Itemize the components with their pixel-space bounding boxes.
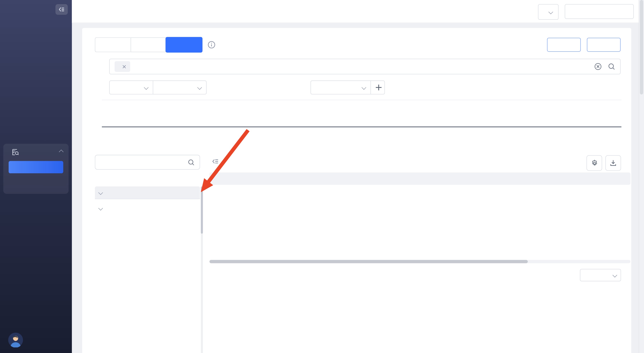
table-hscrollbar-thumb[interactable] [210,260,528,263]
collapse-panel-icon[interactable] [212,158,224,165]
download-button[interactable] [605,155,621,171]
gear-icon [590,159,598,167]
main-card [82,28,631,353]
time-range-picker[interactable] [565,4,634,19]
view-tabs [95,37,215,52]
query-input[interactable] [109,59,620,74]
log-analysis-icon [12,148,20,156]
groupby-select[interactable] [311,81,370,94]
table-header [210,172,630,185]
clear-query-icon[interactable] [594,63,602,70]
x-axis-ticks [102,127,622,130]
sidebar-group-log-analysis [3,144,68,194]
info-icon[interactable] [208,41,215,48]
chevron-down-icon [612,273,617,278]
stats-scope-select[interactable] [110,81,153,94]
stats-agg-select[interactable] [153,81,206,94]
tab-chart[interactable] [130,38,166,52]
topbar [72,0,644,23]
page-size-select[interactable] [580,269,621,282]
chevron-down-icon [548,10,553,14]
query-filter-chip[interactable] [114,61,130,72]
chevron-down-icon [144,85,148,90]
status-group-header[interactable] [95,202,200,215]
sidebar-item-live-tail[interactable] [3,176,68,190]
search-icon[interactable] [608,63,615,70]
add-log-button[interactable] [547,38,581,52]
settings-button[interactable] [586,155,602,171]
results-title [212,158,229,165]
page-scrollbar-thumb[interactable] [640,0,643,94]
fields-scrollbar-thumb[interactable] [201,186,203,234]
groupby-select-group [310,80,385,94]
card-actions [547,38,621,52]
sidebar [0,0,72,353]
fields-panel [95,186,200,215]
chevron-down-icon [197,85,202,90]
refresh-select[interactable] [538,4,558,20]
sidebar-collapse-icon[interactable] [56,4,68,15]
page-scrollbar [639,0,644,353]
chip-close-icon[interactable] [122,64,126,68]
breadcrumb [83,0,90,22]
chevron-down-icon [362,85,366,90]
chevron-down-icon [98,206,103,210]
tab-pattern-recognition[interactable] [166,37,202,52]
sidebar-item-log-analysis[interactable] [3,144,68,160]
sidebar-item-log-query[interactable] [8,161,63,173]
core-fields-group-header[interactable] [95,186,200,199]
sidebar-user[interactable] [8,332,28,348]
field-search-input[interactable] [95,155,200,170]
table-actions [586,155,621,171]
avatar [8,332,23,348]
table-hscrollbar [210,260,630,263]
add-groupby-button[interactable] [370,81,384,94]
stacked-bar-chart [102,100,622,127]
x-axis-labels [102,131,622,146]
chevron-down-icon [98,190,103,195]
stats-select-group [109,80,206,94]
plus-icon [376,85,380,90]
search-icon[interactable] [188,159,194,166]
fields-scrollbar [201,186,203,353]
download-icon [610,159,617,167]
chevron-up-icon [59,150,64,154]
tab-event[interactable] [95,38,131,52]
data-process-button[interactable] [587,38,620,52]
